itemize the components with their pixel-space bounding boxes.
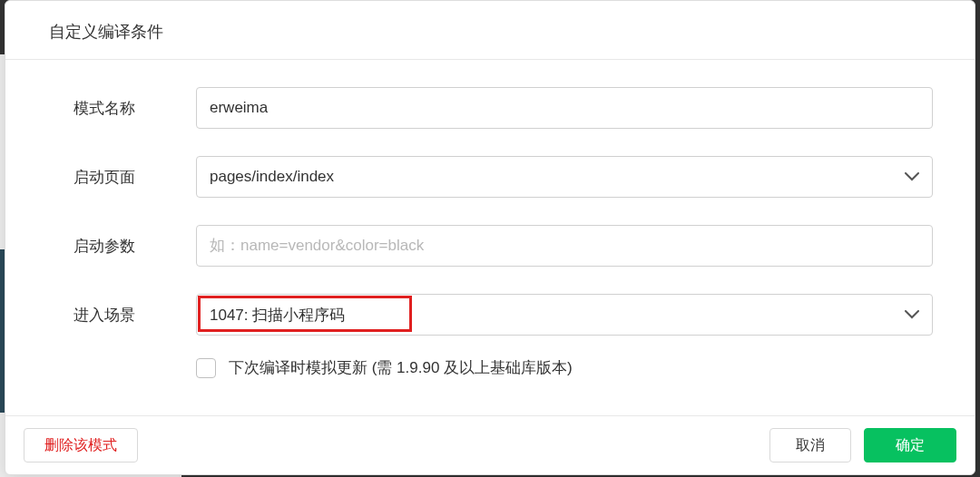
simulate-update-row: 下次编译时模拟更新 (需 1.9.90 及以上基础库版本) <box>196 357 933 378</box>
cancel-button[interactable]: 取消 <box>769 428 851 462</box>
scene-value: 1047: 扫描小程序码 <box>210 305 345 326</box>
dialog-footer: 删除该模式 取消 确定 <box>5 415 975 474</box>
start-page-value: pages/index/index <box>210 168 334 186</box>
scene-select[interactable]: 1047: 扫描小程序码 <box>196 294 933 336</box>
mode-name-label: 模式名称 <box>74 98 196 119</box>
simulate-update-checkbox[interactable] <box>196 358 216 378</box>
dialog-title: 自定义编译条件 <box>5 1 975 59</box>
start-page-select[interactable]: pages/index/index <box>196 156 933 198</box>
confirm-button[interactable]: 确定 <box>864 428 956 462</box>
start-page-row: 启动页面 pages/index/index <box>74 156 933 198</box>
delete-mode-button[interactable]: 删除该模式 <box>24 428 138 462</box>
chevron-down-icon <box>905 172 919 181</box>
chevron-down-icon <box>905 310 919 319</box>
compile-condition-dialog: 自定义编译条件 模式名称 启动页面 pages/index/index 启动参数 <box>5 0 975 475</box>
scene-label: 进入场景 <box>74 305 196 326</box>
start-params-input[interactable] <box>196 225 933 267</box>
start-page-label: 启动页面 <box>74 167 196 188</box>
mode-name-input[interactable] <box>196 87 933 129</box>
start-params-row: 启动参数 <box>74 225 933 267</box>
simulate-update-label: 下次编译时模拟更新 (需 1.9.90 及以上基础库版本) <box>229 357 573 378</box>
start-params-label: 启动参数 <box>74 236 196 257</box>
scene-row: 进入场景 1047: 扫描小程序码 <box>74 294 933 336</box>
mode-name-row: 模式名称 <box>74 87 933 129</box>
dialog-body: 模式名称 启动页面 pages/index/index 启动参数 <box>5 60 975 415</box>
